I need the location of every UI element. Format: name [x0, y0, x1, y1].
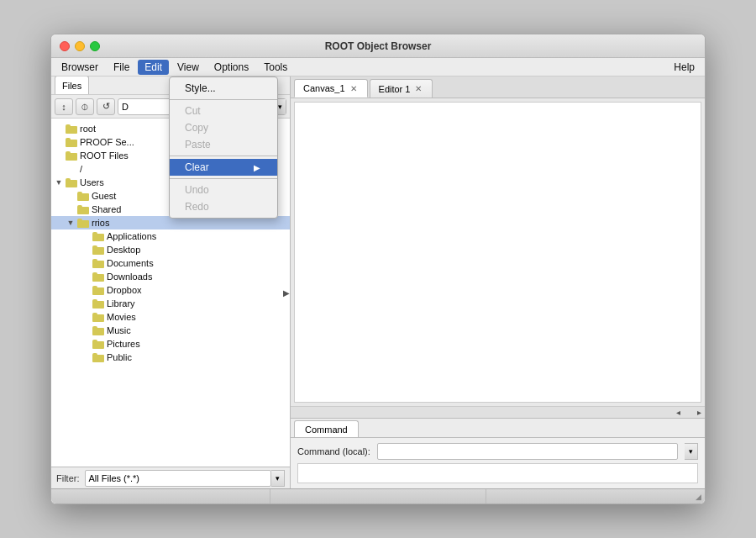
command-content: Command (local): ▾	[291, 437, 705, 488]
command-panel: Command Command (local): ▾	[291, 418, 705, 488]
filter-select[interactable]: All Files (*.*)	[85, 470, 272, 487]
folder-icon	[77, 218, 89, 228]
filter-button[interactable]: ⌽	[76, 98, 94, 115]
menu-view[interactable]: View	[171, 60, 206, 75]
menu-options[interactable]: Options	[207, 60, 255, 75]
folder-icon	[92, 352, 104, 362]
tree-item-library[interactable]: Library	[51, 297, 290, 310]
main-content: Files ↕ ⌽ ↺ D ▾	[51, 76, 705, 488]
edit-menu-clear[interactable]: Clear ▶	[170, 159, 277, 176]
command-output	[297, 463, 698, 483]
close-canvas1-icon[interactable]: ✕	[349, 83, 359, 93]
menu-edit[interactable]: Edit	[138, 60, 169, 75]
maximize-button[interactable]	[90, 41, 100, 51]
command-input-arrow-icon[interactable]: ▾	[685, 443, 698, 460]
right-panel: Canvas_1 ✕ Editor 1 ✕ ◂ ▸ Com	[291, 76, 705, 488]
folder-icon	[66, 137, 77, 147]
folder-icon	[92, 272, 104, 282]
window-title: ROOT Object Browser	[325, 40, 432, 52]
folder-icon	[66, 150, 77, 161]
folder-icon	[92, 298, 104, 309]
folder-icon	[77, 191, 89, 201]
tab-editor1[interactable]: Editor 1 ✕	[370, 79, 433, 98]
filter-dropdown-arrow[interactable]: ▾	[271, 470, 285, 487]
folder-icon	[92, 312, 104, 322]
menu-separator-2	[170, 156, 277, 156]
menu-file[interactable]: File	[107, 60, 136, 75]
filter-label: Filter:	[56, 473, 80, 483]
folder-icon	[92, 245, 104, 255]
edit-menu-style[interactable]: Style...	[170, 80, 277, 97]
minimize-button[interactable]	[75, 41, 85, 51]
tree-item-downloads[interactable]: Downloads	[51, 270, 290, 283]
submenu-arrow-icon: ▶	[254, 163, 260, 172]
command-tab-bar: Command	[291, 419, 705, 437]
edit-menu-copy: Copy	[170, 119, 277, 136]
status-section-2	[270, 489, 486, 504]
filter-bar: Filter: All Files (*.*) ▾	[51, 467, 290, 488]
menubar: Browser File Edit View Options Tools Hel…	[51, 58, 705, 76]
tree-item-pictures[interactable]: Pictures	[51, 337, 290, 351]
filter-select-container: All Files (*.*) ▾	[85, 470, 286, 487]
folder-icon	[66, 124, 77, 134]
tree-item-applications[interactable]: Applications	[51, 229, 290, 243]
resize-handle-icon[interactable]: ◢	[690, 489, 701, 501]
menu-separator-1	[170, 99, 277, 100]
status-section-3: ◢	[486, 489, 701, 504]
close-button[interactable]	[60, 41, 70, 51]
folder-icon	[92, 258, 104, 268]
files-tab[interactable]: Files	[55, 76, 89, 94]
command-local-input[interactable]	[377, 443, 678, 460]
menu-browser[interactable]: Browser	[55, 60, 105, 75]
close-editor1-icon[interactable]: ✕	[413, 84, 423, 94]
menu-help[interactable]: Help	[667, 60, 701, 75]
edit-menu-paste: Paste	[170, 136, 277, 153]
tree-item-dropbox[interactable]: Dropbox	[51, 283, 290, 297]
sort-button[interactable]: ↕	[55, 98, 73, 115]
command-tab[interactable]: Command	[294, 420, 359, 437]
statusbar: ◢	[51, 488, 705, 504]
menu-tools[interactable]: Tools	[257, 60, 294, 75]
scroll-right-icon[interactable]: ▶	[283, 288, 290, 298]
tree-item-public[interactable]: Public	[51, 351, 290, 364]
command-local-label: Command (local):	[297, 446, 370, 456]
tree-item-music[interactable]: Music	[51, 324, 290, 337]
menu-separator-3	[170, 178, 277, 179]
main-window: ROOT Object Browser Browser File Edit Vi…	[50, 34, 706, 504]
tree-item-desktop[interactable]: Desktop	[51, 243, 290, 256]
titlebar: ROOT Object Browser	[51, 34, 705, 58]
command-local-row: Command (local): ▾	[297, 443, 698, 460]
tree-item-documents[interactable]: Documents	[51, 256, 290, 270]
edit-dropdown-menu: Style... Cut Copy Paste Clear ▶ Undo Red…	[169, 76, 278, 219]
canvas-scrollbar: ◂ ▸	[291, 406, 705, 418]
refresh-button[interactable]: ↺	[97, 98, 115, 115]
edit-menu-undo: Undo	[170, 182, 277, 198]
folder-icon	[66, 177, 77, 187]
window-controls	[60, 41, 100, 51]
edit-menu-redo: Redo	[170, 198, 277, 215]
scroll-left-btn[interactable]: ◂	[676, 408, 680, 417]
folder-icon	[92, 325, 104, 335]
status-section-1	[55, 489, 270, 504]
edit-menu-cut: Cut	[170, 103, 277, 119]
canvas-area	[294, 102, 701, 403]
folder-icon	[77, 204, 89, 214]
folder-icon	[92, 339, 104, 349]
folder-icon	[92, 231, 104, 241]
tab-canvas1[interactable]: Canvas_1 ✕	[294, 79, 368, 98]
folder-icon	[92, 285, 104, 295]
tree-item-movies[interactable]: Movies	[51, 310, 290, 324]
scroll-right-btn[interactable]: ▸	[697, 408, 701, 417]
